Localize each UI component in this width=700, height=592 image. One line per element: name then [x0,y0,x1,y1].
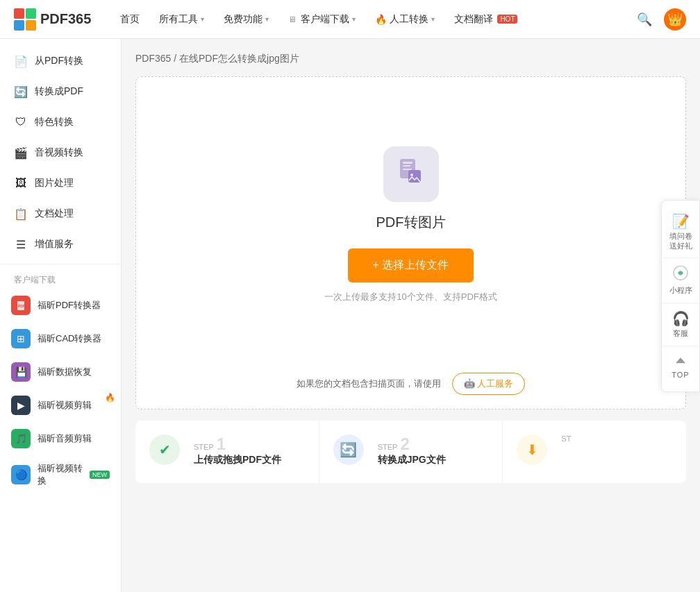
sidebar-item-to-pdf[interactable]: 🔄 转换成PDF [0,76,121,107]
hot-badge: HOT [497,15,517,24]
sidebar-app-data-recovery[interactable]: 💾 福昕数据恢复 [0,355,121,389]
sidebar-app-video-editor[interactable]: ▶ 福昕视频剪辑 🔥 [0,389,121,422]
upload-button[interactable]: + 选择上传文件 [348,248,474,282]
pdf-to-image-icon [396,156,426,193]
step-2-convert-icon: 🔄 [333,434,364,465]
right-panel: 📝 填问卷送好礼 小程序 🎧 客服 TOP [661,200,700,393]
video-editor-icon: ▶ [11,396,31,415]
step-1: ✔ STEP 1 上传或拖拽PDF文件 [135,421,319,483]
vip-icon: ☰ [14,237,28,251]
sidebar-item-audio-video[interactable]: 🎬 音视频转换 [0,137,121,168]
sidebar-app-pdf-converter[interactable]: PDF 福昕PDF转换器 [0,289,121,322]
main-nav: 首页 所有工具 ▾ 免费功能 ▾ 🖥 客户端下载 ▾ 🔥 人工转换 ▾ 文档翻译… [112,9,633,30]
chevron-down-icon: ▾ [352,15,356,23]
header: PDF365 首页 所有工具 ▾ 免费功能 ▾ 🖥 客户端下载 ▾ 🔥 人工转换… [0,0,700,39]
pdf-converter-icon: PDF [11,296,31,315]
right-panel-top[interactable]: TOP [662,346,699,386]
content-card: PDF转图片 + 选择上传文件 一次上传最多支持10个文件、支持PDF格式 如果… [135,76,686,409]
audio-editor-icon: 🎵 [11,429,31,448]
pdf-title: PDF转图片 [376,213,446,232]
sidebar-item-doc[interactable]: 📋 文档处理 [0,198,121,229]
ai-service-row: 如果您的文档包含扫描页面，请使用 🤖 人工服务 [136,373,685,395]
miniapp-icon [673,265,688,284]
sidebar: 📄 从PDF转换 🔄 转换成PDF 🛡 特色转换 🎬 音视频转换 🖼 图片处理 … [0,39,122,592]
user-avatar[interactable]: 👑 [664,8,686,31]
logo-text: PDF365 [40,11,91,27]
sidebar-divider [0,264,121,264]
sidebar-item-from-pdf[interactable]: 📄 从PDF转换 [0,46,121,76]
svg-rect-3 [403,162,412,164]
ai-service-button[interactable]: 🤖 人工服务 [452,373,526,395]
right-panel-miniapp[interactable]: 小程序 [662,258,699,303]
step-2: 🔄 STEP 2 转换成JPG文件 [319,421,503,483]
nav-human[interactable]: 🔥 人工转换 ▾ [367,9,443,30]
ai-hint-text: 如果您的文档包含扫描页面，请使用 [297,378,441,390]
svg-rect-4 [403,165,410,167]
layout: 📄 从PDF转换 🔄 转换成PDF 🛡 特色转换 🎬 音视频转换 🖼 图片处理 … [0,39,700,592]
nav-free[interactable]: 免费功能 ▾ [215,9,277,30]
step-1-num: 1 [217,434,226,454]
main-content: PDF365 / 在线PDF怎么转换成jpg图片 PDF转图片 + 选择上 [122,39,700,592]
step-2-label: STEP [378,443,398,451]
top-arrow-icon [674,353,688,369]
sidebar-section-title: 客户端下载 [0,269,121,289]
sidebar-item-special[interactable]: 🛡 特色转换 [0,107,121,137]
step-1-content: STEP 1 上传或拖拽PDF文件 [194,434,305,469]
right-panel-survey[interactable]: 📝 填问卷送好礼 [662,206,699,259]
video-icon: 🎬 [14,146,28,160]
cad-converter-icon: ⊞ [11,329,31,348]
sidebar-item-vip[interactable]: ☰ 增值服务 [0,229,121,260]
new-badge: NEW [90,471,110,479]
svg-point-7 [410,174,413,176]
nav-home[interactable]: 首页 [112,9,148,30]
step-3-content: ST [561,434,672,443]
miniapp-label: 小程序 [669,285,692,296]
nav-translate[interactable]: 文档翻译 HOT [446,9,526,30]
step-3-label: ST [561,434,571,443]
logo-cell-blue [14,20,24,31]
monitor-icon: 🖥 [288,15,297,24]
svg-text:PDF: PDF [18,304,25,308]
chevron-down-icon: ▾ [265,15,269,23]
step-1-title: 上传或拖拽PDF文件 [194,454,305,466]
service-label: 客服 [673,328,688,339]
logo-grid [14,8,36,31]
sidebar-app-video-convert[interactable]: 🔵 福昕视频转换 NEW [0,455,121,494]
image-icon: 🖼 [14,176,28,190]
logo-cell-yellow [26,20,36,31]
logo-cell-green [26,8,36,19]
step-2-content: STEP 2 转换成JPG文件 [378,434,489,469]
step-3-download-icon: ⬇ [517,434,547,465]
breadcrumb: PDF365 / 在线PDF怎么转换成jpg图片 [135,53,686,65]
step-2-title: 转换成JPG文件 [378,454,489,466]
right-panel-service[interactable]: 🎧 客服 [662,303,699,346]
chevron-down-icon: ▾ [431,15,435,23]
data-recovery-icon: 💾 [11,362,31,382]
sidebar-item-image[interactable]: 🖼 图片处理 [0,168,121,198]
top-label: TOP [672,371,689,379]
upload-hint: 一次上传最多支持10个文件、支持PDF格式 [324,291,497,303]
logo-cell-red [14,8,24,19]
chevron-down-icon: ▾ [201,15,204,23]
headset-icon: 🎧 [672,310,690,327]
logo[interactable]: PDF365 [14,8,91,31]
svg-rect-5 [403,169,412,170]
from-pdf-icon: 📄 [14,54,28,68]
video-convert-icon: 🔵 [11,465,31,484]
nav-download[interactable]: 🖥 客户端下载 ▾ [280,9,364,30]
shield-icon: 🛡 [14,115,28,129]
header-icons: 🔍 👑 [633,8,686,31]
pdf-icon-container [383,146,439,202]
fire-icon: 🔥 [375,14,387,25]
search-button[interactable]: 🔍 [633,8,656,31]
sidebar-app-cad-converter[interactable]: ⊞ 福昕CAD转换器 [0,322,121,355]
step-1-check-icon: ✔ [149,434,180,465]
doc-icon: 📋 [14,207,28,221]
fire-badge-icon: 🔥 [105,393,115,403]
step-3: ⬇ ST [503,421,686,483]
steps-row: ✔ STEP 1 上传或拖拽PDF文件 🔄 STEP 2 转换成JPG文件 [135,421,686,483]
sidebar-app-audio-editor[interactable]: 🎵 福昕音频剪辑 [0,422,121,455]
to-pdf-icon: 🔄 [14,85,28,99]
survey-icon: 📝 [672,213,690,230]
nav-all-tools[interactable]: 所有工具 ▾ [151,9,212,30]
